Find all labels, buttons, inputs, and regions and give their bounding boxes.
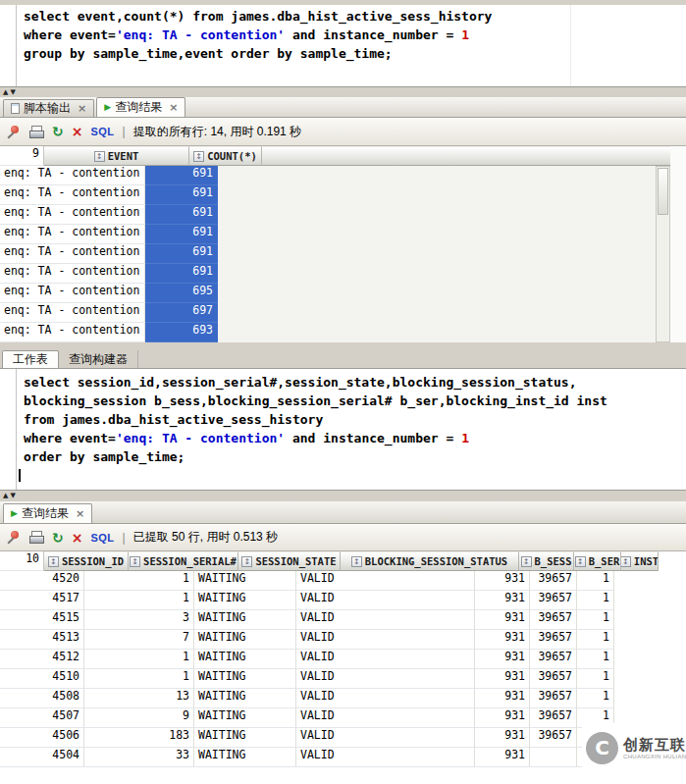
- cell-count-selected[interactable]: 691: [145, 244, 218, 264]
- cell-count-selected[interactable]: 691: [145, 166, 218, 185]
- table-row[interactable]: 8enq: TA - contention697: [0, 303, 686, 323]
- table-row[interactable]: 2enq: TA - contention691: [0, 185, 686, 205]
- cell[interactable]: 33: [84, 748, 194, 767]
- cell[interactable]: 3: [84, 610, 194, 630]
- sql-button[interactable]: SQL: [90, 126, 114, 137]
- cell[interactable]: 39657: [530, 650, 577, 669]
- cell[interactable]: 1: [84, 591, 194, 610]
- cell-count-selected[interactable]: 693: [145, 323, 218, 342]
- cell[interactable]: 1: [577, 630, 614, 650]
- row-number[interactable]: 10: [0, 551, 44, 571]
- sql-editor-top[interactable]: select event,count(*) from james.dba_his…: [0, 0, 686, 86]
- cell-event[interactable]: enq: TA - contention: [0, 244, 145, 264]
- cell[interactable]: WAITING: [194, 650, 296, 669]
- cell[interactable]: WAITING: [194, 748, 296, 767]
- cell[interactable]: VALID: [296, 650, 475, 669]
- cell[interactable]: VALID: [296, 630, 475, 650]
- cell-count-selected[interactable]: 691: [145, 185, 218, 205]
- cell[interactable]: 39657: [530, 591, 577, 610]
- cell[interactable]: WAITING: [194, 591, 296, 610]
- cell[interactable]: WAITING: [194, 610, 296, 630]
- collapse-down-icon[interactable]: ▼: [10, 493, 15, 499]
- cell-event[interactable]: enq: TA - contention: [0, 323, 145, 342]
- cell[interactable]: 39657: [530, 669, 577, 689]
- cell[interactable]: 931: [475, 669, 530, 689]
- cell[interactable]: 4508: [0, 689, 84, 708]
- cell[interactable]: 1: [84, 669, 194, 689]
- column-header[interactable]: ↕B_SER: [574, 551, 621, 571]
- cell[interactable]: 39657: [530, 630, 577, 650]
- collapse-up-icon[interactable]: ▲: [3, 493, 8, 499]
- cell[interactable]: 9: [84, 708, 194, 728]
- collapse-up-icon[interactable]: ▲: [3, 89, 8, 96]
- collapse-down-icon[interactable]: ▼: [10, 89, 15, 96]
- cell[interactable]: 39657: [530, 689, 577, 708]
- table-row[interactable]: 245171WAITINGVALID931396571: [0, 591, 686, 610]
- table-row[interactable]: 5enq: TA - contention691: [0, 244, 686, 264]
- splitter-bottom[interactable]: ▲ ▼: [0, 490, 686, 501]
- cell-event[interactable]: enq: TA - contention: [0, 166, 145, 185]
- table-row[interactable]: 645101WAITINGVALID931396571: [0, 669, 686, 689]
- table-row[interactable]: 145201WAITINGVALID931396571: [0, 571, 686, 591]
- cell[interactable]: 1: [577, 610, 614, 630]
- cell[interactable]: 931: [475, 591, 530, 610]
- cell[interactable]: 1: [84, 571, 194, 591]
- cell[interactable]: 4504: [0, 748, 84, 767]
- refresh-icon[interactable]: ↻: [52, 125, 64, 138]
- column-header[interactable]: ↕SESSION_ID: [44, 551, 129, 571]
- table-row[interactable]: 545121WAITINGVALID931396571: [0, 650, 686, 669]
- pin-icon[interactable]: [6, 125, 21, 139]
- cell[interactable]: 931: [475, 610, 530, 630]
- table-row[interactable]: 4enq: TA - contention691: [0, 225, 686, 244]
- cell[interactable]: 931: [475, 689, 530, 708]
- cell[interactable]: 1: [577, 669, 614, 689]
- tab-worksheet[interactable]: 工作表: [2, 350, 59, 368]
- cell[interactable]: 4515: [0, 610, 84, 630]
- cell[interactable]: VALID: [296, 571, 475, 591]
- cell[interactable]: VALID: [296, 669, 475, 689]
- cell-event[interactable]: enq: TA - contention: [0, 303, 145, 323]
- cell[interactable]: WAITING: [194, 708, 296, 728]
- column-header[interactable]: ↕SESSION_SERIAL#: [129, 551, 238, 571]
- close-icon[interactable]: ×: [76, 508, 84, 519]
- cell-event[interactable]: enq: TA - contention: [0, 284, 145, 303]
- table-row[interactable]: 6enq: TA - contention691: [0, 264, 686, 284]
- cell[interactable]: VALID: [296, 708, 475, 728]
- cell[interactable]: 1: [84, 650, 194, 669]
- tab-script-output[interactable]: 脚本输出 ×: [3, 99, 94, 117]
- table-row[interactable]: 7450813WAITINGVALID931396571: [0, 689, 686, 708]
- sql-code-bottom[interactable]: select session_id,session_serial#,sessio…: [24, 375, 607, 468]
- cell[interactable]: 4513: [0, 630, 84, 650]
- cell[interactable]: 39657: [530, 571, 577, 591]
- cell[interactable]: 931: [475, 650, 530, 669]
- row-number[interactable]: 9: [0, 146, 44, 166]
- cell[interactable]: 931: [475, 630, 530, 650]
- cell[interactable]: 39657: [530, 708, 577, 728]
- cell[interactable]: 4520: [0, 571, 84, 591]
- print-icon[interactable]: [28, 530, 44, 545]
- cell[interactable]: 931: [475, 708, 530, 728]
- table-row[interactable]: 3enq: TA - contention691: [0, 205, 686, 225]
- cell[interactable]: WAITING: [194, 669, 296, 689]
- cell[interactable]: 13: [84, 689, 194, 708]
- cell[interactable]: 183: [84, 728, 194, 748]
- cell[interactable]: 931: [475, 571, 530, 591]
- cell-event[interactable]: enq: TA - contention: [0, 185, 145, 205]
- pin-icon[interactable]: [6, 530, 21, 545]
- cell[interactable]: WAITING: [194, 571, 296, 591]
- cell-count-selected[interactable]: 697: [145, 303, 218, 323]
- cell[interactable]: 4510: [0, 669, 84, 689]
- cell[interactable]: WAITING: [194, 630, 296, 650]
- cell[interactable]: VALID: [296, 591, 475, 610]
- cell[interactable]: 1: [577, 571, 614, 591]
- sql-code-top[interactable]: select event,count(*) from james.dba_his…: [24, 9, 492, 65]
- cell-count-selected[interactable]: 691: [145, 205, 218, 225]
- cell[interactable]: 1: [577, 689, 614, 708]
- cell[interactable]: VALID: [296, 728, 475, 748]
- column-header[interactable]: ↕SESSION_STATE: [238, 551, 341, 571]
- table-row[interactable]: 1enq: TA - contention691: [0, 166, 686, 185]
- vertical-scrollbar[interactable]: [656, 166, 670, 342]
- cell[interactable]: 1: [577, 591, 614, 610]
- cell[interactable]: WAITING: [194, 728, 296, 748]
- refresh-icon[interactable]: ↻: [52, 531, 64, 545]
